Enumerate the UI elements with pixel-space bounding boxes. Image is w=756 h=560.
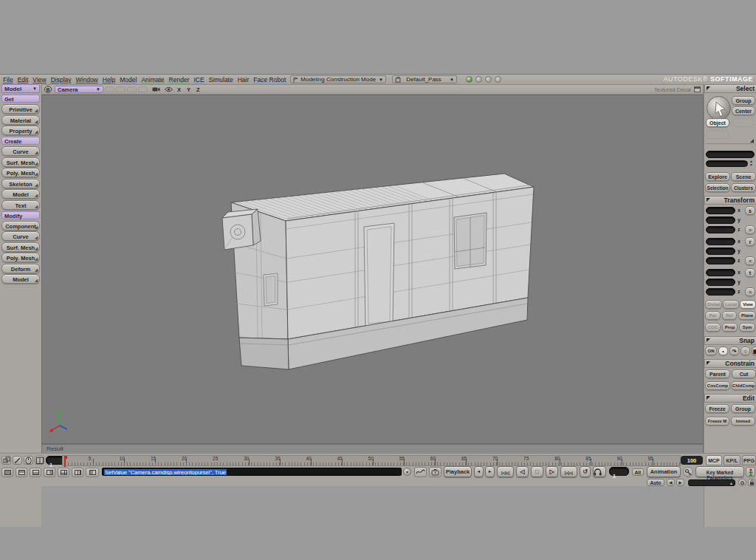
tab-ppg[interactable]: PPG — [742, 455, 756, 465]
parent-constrain-button[interactable]: Parent — [705, 369, 730, 378]
layout-preset-top-button[interactable] — [16, 468, 27, 477]
end-frame-field[interactable]: 100 — [681, 456, 703, 465]
layout-preset-columns-button[interactable] — [72, 468, 83, 477]
edit-group-button[interactable]: Group — [731, 404, 755, 413]
tool-button[interactable]: Component◢ — [1, 221, 40, 231]
layout-preset-quad-button[interactable] — [58, 468, 69, 477]
edit-panel-header[interactable]: Edit — [704, 394, 756, 403]
mouse-settings-icon[interactable] — [24, 456, 33, 465]
layout-preset-single-button[interactable] — [1, 468, 13, 477]
step-forward-button[interactable]: ▶ — [676, 479, 684, 486]
split-view-icon[interactable] — [35, 456, 44, 465]
tool-button[interactable]: Model◢ — [1, 274, 40, 284]
tab-mcp[interactable]: MCP — [706, 455, 722, 465]
prop-button[interactable]: Prop — [722, 323, 738, 332]
menu-item[interactable]: View — [32, 76, 46, 83]
tool-button[interactable]: Text◢ — [1, 200, 40, 210]
rotate-options-button[interactable]: ≡ — [745, 256, 755, 265]
par-mode-button[interactable]: Par — [705, 311, 721, 320]
explore-button[interactable]: Explore — [705, 172, 730, 181]
tool-button[interactable]: Poly. Mesh◢ — [1, 253, 40, 262]
translate-z-field[interactable] — [706, 288, 735, 296]
tool-button[interactable]: Curve◢ — [1, 231, 40, 241]
select-panel-header[interactable]: Select — [704, 84, 756, 93]
scale-z-field[interactable] — [706, 226, 735, 233]
memo-cam-slot[interactable] — [116, 86, 126, 92]
memo-cam-slot[interactable] — [127, 86, 137, 92]
auto-key-button[interactable]: Auto — [647, 479, 664, 486]
cog-button[interactable]: COG — [705, 323, 721, 332]
translate-y-field[interactable] — [706, 279, 735, 286]
tab-kpl[interactable]: KP/L — [724, 455, 740, 465]
animation-menu-button[interactable]: Animation — [647, 466, 681, 477]
playback-speed-slider[interactable]: ▲ — [688, 479, 735, 486]
3d-viewport[interactable]: Y — [41, 95, 704, 444]
cnscomp-button[interactable]: CnsComp — [705, 381, 730, 390]
round-tool-icon[interactable] — [485, 76, 492, 83]
memo-cam-slot[interactable] — [138, 86, 148, 92]
section-header-create[interactable]: Create — [1, 137, 40, 145]
step-back-button[interactable]: ◀ — [667, 479, 675, 486]
toolbar-menu-item[interactable]: Animate — [141, 76, 164, 83]
menu-item[interactable]: Edit — [18, 76, 29, 83]
tool-button[interactable]: Curve◢ — [1, 146, 40, 156]
empty-filter-slot[interactable] — [732, 118, 755, 127]
snap-circle-button[interactable]: ○ — [740, 346, 750, 355]
camera-icon[interactable] — [152, 86, 160, 92]
scene-button[interactable]: Scene — [731, 172, 756, 181]
scale-mode-button[interactable]: s — [745, 206, 755, 215]
tool-button[interactable]: Model◢ — [1, 189, 40, 199]
menu-item[interactable]: Display — [51, 76, 72, 83]
tool-panel-mode-dropdown[interactable]: Model ▼ — [1, 84, 40, 93]
snap-grid-button[interactable]: ▦ — [752, 346, 756, 355]
snap-curve-button[interactable]: ↷ — [729, 346, 739, 355]
filter-expand-strip[interactable] — [706, 139, 755, 144]
go-last-frame-button[interactable]: ▷▷| — [560, 466, 577, 477]
translate-x-field[interactable] — [706, 269, 735, 276]
layout-preset-custom-button[interactable] — [86, 468, 99, 477]
rotate-y-field[interactable] — [706, 247, 735, 255]
layout-preset-bottom-button[interactable] — [30, 468, 41, 477]
tool-button[interactable]: Primitive◢ — [1, 104, 40, 114]
layout-preset-vertical-button[interactable] — [44, 468, 55, 477]
rotate-z-field[interactable] — [706, 257, 735, 264]
view-mode-button[interactable]: View — [740, 300, 756, 309]
play-button[interactable]: ▷ — [546, 466, 558, 477]
toolbar-menu-item[interactable]: Hair — [238, 76, 250, 83]
refresh-icon[interactable]: G — [738, 479, 746, 486]
tool-button[interactable]: Material◢ — [1, 115, 40, 125]
sym-button[interactable]: Sym — [739, 323, 755, 332]
color-swatch-icon[interactable] — [466, 76, 472, 83]
immed-button[interactable]: Immed — [731, 417, 755, 426]
center-select-button[interactable]: Center — [732, 106, 755, 115]
clusters-button[interactable]: Clusters — [731, 183, 756, 192]
go-first-frame-button[interactable]: |◁◁ — [497, 466, 514, 477]
ref-mode-button[interactable]: Ref — [722, 311, 737, 320]
command-line-input[interactable]: SetValue "Camera.camdisp.wireontopursel"… — [102, 468, 402, 476]
render-pass-dropdown[interactable]: Default_Pass ▼ — [392, 75, 457, 83]
lock-icon[interactable] — [748, 479, 755, 486]
empty-filter-slot[interactable] — [706, 130, 729, 139]
audio-mute-button[interactable] — [593, 466, 606, 477]
section-header-get[interactable]: Get — [1, 95, 40, 103]
loop-button[interactable]: ↺ — [580, 466, 591, 477]
toolbar-menu-item[interactable]: Simulate — [209, 76, 233, 83]
round-tool-icon[interactable] — [495, 76, 501, 83]
display-mode-label[interactable]: Textured Decal — [654, 86, 691, 93]
toolbar-menu-item[interactable]: Face Robot — [253, 76, 286, 83]
section-header-modify[interactable]: Modify — [1, 211, 40, 219]
selection-filter-field[interactable] — [706, 160, 748, 167]
group-select-button[interactable]: Group — [732, 96, 755, 105]
scale-options-button[interactable]: ≡ — [745, 225, 755, 234]
tool-button[interactable]: Poly. Mesh◢ — [1, 168, 40, 177]
timeline-ruler[interactable]: 5101520253035404550556065707580859095 — [62, 455, 681, 466]
playback-options-button[interactable]: Playback — [444, 466, 472, 477]
local-mode-button[interactable]: Local — [723, 300, 739, 309]
previous-frame-button[interactable]: ◁ — [516, 466, 529, 477]
key-marked-parameters-button[interactable]: Key Marked Parameters — [695, 466, 744, 477]
selection-button[interactable]: Selection — [705, 183, 730, 192]
construction-mode-dropdown[interactable]: Modeling Construction Mode ▼ — [290, 75, 386, 83]
shelf-icon[interactable] — [429, 467, 441, 477]
chldcomp-button[interactable]: ChldComp — [731, 381, 756, 390]
playhead[interactable] — [64, 456, 66, 467]
